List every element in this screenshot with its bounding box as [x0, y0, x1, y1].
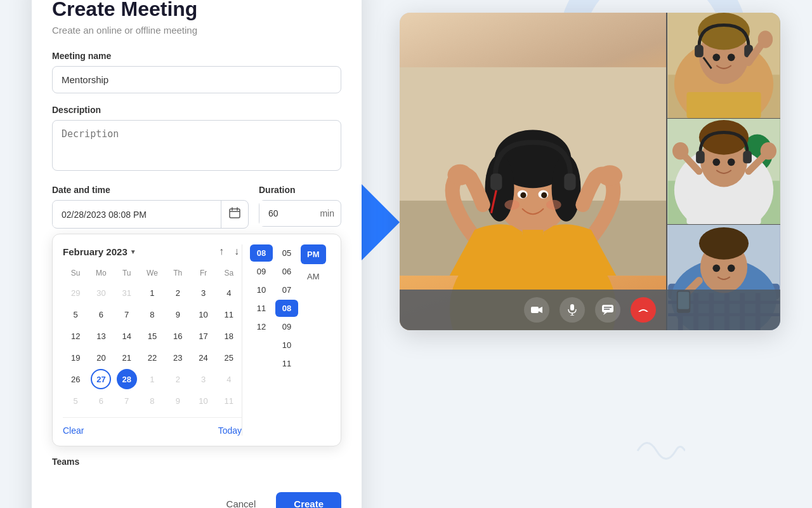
svg-rect-19: [490, 173, 502, 190]
cal-day[interactable]: 11: [219, 391, 239, 411]
cal-day[interactable]: 20: [91, 347, 111, 368]
svg-rect-53: [686, 199, 761, 224]
hours-column: 08 09 10 11 12: [250, 244, 273, 410]
form-panel: Create Meeting Create an online or offli…: [32, 0, 362, 508]
microphone-button[interactable]: [560, 297, 585, 323]
camera-button[interactable]: [524, 297, 549, 323]
cal-day[interactable]: 6: [91, 391, 111, 411]
svg-point-34: [728, 53, 735, 61]
cal-day[interactable]: 10: [193, 391, 214, 411]
cal-day[interactable]: 26: [65, 369, 86, 389]
cal-day[interactable]: 6: [91, 304, 111, 324]
time-item-11-hour[interactable]: 11: [250, 300, 273, 317]
time-item-08-hour[interactable]: 08: [250, 244, 273, 262]
cal-day[interactable]: 9: [167, 391, 188, 411]
cal-day[interactable]: 1: [142, 369, 162, 389]
cal-day[interactable]: 29: [65, 283, 86, 303]
am-button[interactable]: AM: [301, 267, 326, 286]
svg-rect-37: [686, 92, 761, 118]
chat-button[interactable]: [595, 297, 620, 323]
date-field-wrap: Date and time: [52, 185, 249, 229]
calendar-dropdown: February 2023 ▼ ↑ ↓ Su Mo Tu: [52, 234, 341, 446]
clear-button[interactable]: Clear: [63, 425, 84, 436]
cal-day[interactable]: 4: [219, 283, 239, 303]
time-item-10-hour[interactable]: 10: [250, 281, 273, 298]
video-controls-bar: [400, 290, 780, 330]
date-input[interactable]: [53, 202, 221, 227]
calendar-week: 5 6 7 8 9 10 11: [63, 391, 242, 411]
cal-day[interactable]: 23: [167, 347, 188, 368]
cal-day[interactable]: 15: [142, 326, 162, 346]
cal-day[interactable]: 22: [142, 347, 162, 368]
time-item-09-min[interactable]: 09: [275, 318, 298, 335]
duration-input[interactable]: [259, 201, 317, 226]
time-item-10-min[interactable]: 10: [275, 337, 298, 354]
next-month-button[interactable]: ↓: [232, 244, 242, 258]
cal-day[interactable]: 7: [117, 304, 137, 324]
cal-day[interactable]: 2: [167, 283, 188, 303]
arrow-shape: [362, 184, 400, 260]
calendar-icon-button[interactable]: [221, 201, 248, 228]
cal-day-today[interactable]: 27: [91, 369, 111, 389]
month-dropdown-icon: ▼: [130, 248, 136, 255]
day-header-th: Th: [165, 266, 190, 280]
time-item-07-min[interactable]: 07: [275, 281, 298, 298]
time-item-12-hour[interactable]: 12: [250, 318, 273, 335]
cal-day[interactable]: 14: [117, 326, 137, 346]
cal-day[interactable]: 17: [193, 326, 214, 346]
svg-point-47: [712, 158, 720, 166]
cal-day[interactable]: 3: [193, 369, 214, 389]
cal-day[interactable]: 13: [91, 326, 111, 346]
cal-day[interactable]: 8: [142, 391, 162, 411]
cal-day-selected[interactable]: 28: [117, 369, 137, 389]
svg-point-18: [546, 200, 561, 210]
day-header-tu: Tu: [114, 266, 140, 280]
prev-month-button[interactable]: ↑: [216, 244, 226, 258]
today-button[interactable]: Today: [218, 425, 242, 436]
cal-day[interactable]: 18: [219, 326, 239, 346]
cal-day[interactable]: 19: [65, 347, 86, 368]
svg-point-67: [699, 227, 749, 260]
time-item-06-min[interactable]: 06: [275, 263, 298, 280]
calendar-footer: Clear Today: [63, 417, 242, 436]
time-item-09-hour[interactable]: 09: [250, 263, 273, 280]
calendar-month-title[interactable]: February 2023 ▼: [63, 246, 136, 257]
date-time-label: Date and time: [52, 185, 249, 195]
cal-day[interactable]: 30: [91, 283, 111, 303]
cal-day[interactable]: 24: [193, 347, 214, 368]
cal-day[interactable]: 3: [193, 283, 214, 303]
pm-button[interactable]: PM: [301, 244, 326, 264]
cal-day[interactable]: 5: [65, 304, 86, 324]
time-picker-panel: 08 09 10 11 12 05 06 07 08 09: [242, 244, 331, 436]
create-button[interactable]: Create: [276, 492, 341, 508]
cal-day[interactable]: 7: [117, 391, 137, 411]
meeting-name-input[interactable]: [52, 66, 341, 93]
time-item-11-min[interactable]: 11: [275, 355, 298, 372]
duration-unit: min: [317, 208, 341, 218]
time-item-08-min[interactable]: 08: [275, 300, 298, 317]
cal-day[interactable]: 12: [65, 326, 86, 346]
day-header-su: Su: [63, 266, 88, 280]
end-call-button[interactable]: [631, 297, 656, 323]
cal-day[interactable]: 9: [167, 304, 188, 324]
cal-day[interactable]: 11: [219, 304, 239, 324]
cal-day[interactable]: 31: [117, 283, 137, 303]
time-item-05-min[interactable]: 05: [275, 244, 298, 262]
cal-day[interactable]: 25: [219, 347, 239, 368]
cal-day[interactable]: 4: [219, 369, 239, 389]
cal-day[interactable]: 10: [193, 304, 214, 324]
cal-day[interactable]: 2: [167, 369, 188, 389]
side-participant-2: [666, 119, 780, 225]
cal-day[interactable]: 16: [167, 326, 188, 346]
cal-day[interactable]: 8: [142, 304, 162, 324]
calendar-grid: Su Mo Tu We Th Fr Sa 29 30: [63, 266, 242, 411]
teams-section: Teams: [52, 457, 341, 467]
description-input[interactable]: [52, 120, 341, 171]
cal-day[interactable]: 5: [65, 391, 86, 411]
teams-label: Teams: [52, 457, 341, 467]
cal-day[interactable]: 1: [142, 283, 162, 303]
svg-point-23: [598, 165, 622, 186]
cancel-button[interactable]: Cancel: [214, 492, 269, 508]
cal-day[interactable]: 21: [117, 347, 137, 368]
ampm-column: PM AM: [301, 244, 326, 436]
